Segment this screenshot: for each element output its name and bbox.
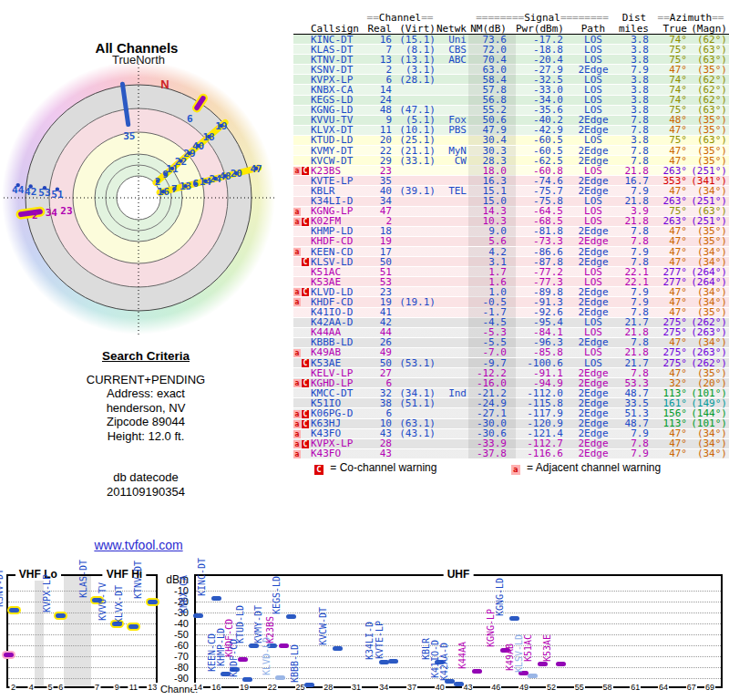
station-label: KVTE-LP — [375, 620, 384, 658]
cell-callsign: KLSV-LD — [311, 257, 364, 267]
table-row: aKEEN-CD174.2-86.62Edge7.947°(34°) — [293, 247, 729, 257]
channel-tick-label: 11 — [128, 683, 139, 692]
cell-path: 7.8 — [616, 368, 652, 378]
station-label: KVCW-DT — [318, 607, 327, 645]
station-label: KEGS-LD — [272, 576, 281, 614]
co-channel-warning-icon: C — [302, 379, 309, 387]
cell-azimuth_true: (34°) — [691, 448, 729, 458]
cell-virt: TEL — [436, 186, 468, 196]
col-callsign: Callsign — [311, 24, 364, 34]
col-magn: (Magn) — [691, 24, 729, 34]
cell-text_color: 50 — [364, 257, 392, 267]
channel-tick-label: 28 — [323, 683, 334, 692]
channel-label: 53 — [38, 187, 50, 199]
co-channel-warning-icon: C — [302, 288, 309, 296]
signal-marker — [333, 646, 343, 651]
cell-real: (33.1) — [392, 156, 436, 166]
criteria-line: Zipcode 89044 — [18, 415, 273, 429]
signal-marker — [4, 653, 14, 657]
cell-azimuth_true: (263°) — [691, 347, 729, 357]
station-label: KNBX-CA — [179, 574, 188, 612]
signal-marker — [275, 675, 285, 680]
table-row: KTUD-LD20(25.1)30.4-60.5LOS3.875°(63°) — [293, 136, 729, 146]
channel-tick-label: 52 — [546, 683, 557, 692]
warning-legend: C = Co-channel warning a = Adjacent chan… — [314, 461, 715, 475]
co-channel-warning-icon: C — [302, 410, 309, 418]
cell-co_badge: C — [302, 438, 311, 448]
signal-marker — [472, 669, 482, 674]
cell-adj_badge: a — [293, 378, 302, 388]
cell-nm_db: -91.1 — [516, 368, 570, 378]
adjacent-warning-icon: a — [293, 167, 301, 175]
cell-dist_miles: 47° — [652, 146, 691, 156]
channel-label: 2 — [32, 210, 38, 221]
cell-pwr_dbm: 2Edge — [570, 247, 616, 257]
channel-label: 35 — [123, 130, 135, 142]
signal-marker — [388, 659, 398, 664]
cell-pwr_dbm: LOS — [570, 135, 616, 145]
cell-virt: Ind — [436, 388, 468, 398]
cell-netwk: 30.3 — [468, 146, 516, 156]
co-channel-badge-icon: C — [314, 465, 323, 475]
datecode-line: 201109190354 — [18, 485, 273, 499]
cell-text_color: 27 — [364, 368, 392, 378]
cell-path: 7.8 — [616, 236, 652, 246]
signal-marker — [286, 614, 296, 619]
station-label: KLSV-LD — [514, 634, 523, 673]
channel-tick-label: 37 — [406, 683, 417, 692]
channel-label: 42 — [25, 186, 36, 198]
y-tick-label: -60 — [161, 640, 189, 651]
station-label: K23BS — [265, 616, 274, 643]
cell-adj_badge: a — [293, 166, 302, 176]
table-row: KTNV-DT13(13.1)ABC70.4-20.4LOS3.875°(63°… — [293, 55, 729, 65]
cell-netwk: 5.6 — [468, 236, 516, 246]
station-label: KINC-DT — [197, 557, 206, 595]
channel-tick-label: 7 — [94, 683, 100, 692]
station-label: K34LI-D — [364, 622, 374, 660]
channel-tick-label: 9 — [114, 683, 120, 692]
y-tick-label: -80 — [161, 662, 189, 673]
col-path: Path — [570, 24, 616, 34]
channel-tick-label: 67 — [686, 683, 697, 692]
tvfool-link[interactable]: www.tvfool.com — [47, 538, 230, 552]
channel-label: 6 — [192, 178, 199, 190]
co-channel-warning-icon: C — [302, 359, 309, 367]
adjacent-warning-icon: a — [293, 349, 301, 357]
signal-marker — [454, 682, 464, 686]
cell-text_color: 17 — [364, 247, 392, 257]
channel-label: 7 — [171, 183, 178, 195]
adjacent-warning-icon: a — [293, 379, 301, 387]
cell-adj_badge: a — [293, 347, 302, 357]
cell-dist_miles: 74° — [652, 35, 691, 45]
cell-callsign: KINC-DT — [311, 35, 364, 45]
table-row: KLAS-DT7(8.1)CBS72.0-18.8LOS3.875°(63°) — [293, 45, 729, 55]
channel-tick-label: 69 — [704, 683, 715, 692]
adjacent-channel-badge-icon: a — [511, 465, 520, 475]
cell-co_badge: C — [302, 358, 311, 368]
cell-dist_miles: 75° — [652, 135, 691, 145]
y-tick-label: -50 — [161, 629, 189, 640]
station-label: KLVX-DT — [114, 585, 123, 623]
cell-real: (51.1) — [392, 398, 436, 408]
cell-callsign: KHDF-CD — [311, 236, 364, 246]
cell-callsign: K49AB — [311, 347, 364, 357]
station-label: K41IO-D — [430, 640, 439, 678]
station-label: KGNG-LD — [495, 578, 504, 616]
station-table: ==Channel== ========Signal======== Dist … — [293, 13, 729, 459]
cell-real: (8.1) — [392, 45, 436, 55]
adjacent-warning-icon: a — [293, 440, 301, 448]
station-label: KBLR — [421, 638, 430, 660]
adjacent-channel-legend: a = Adjacent channel warning — [511, 461, 661, 475]
channel-tick-label: 49 — [519, 683, 529, 692]
table-row: aK43FO43-37.8-116.62Edge7.947°(34°) — [293, 449, 729, 459]
cell-real: (21.1) — [392, 146, 436, 156]
table-row: K44AA44-5.3-84.1LOS21.8275°(263°) — [293, 328, 729, 338]
table-column-header: Callsign Real (Virt) Netwk NM(dB) Pwr(dB… — [293, 23, 729, 35]
channel-label: 47 — [250, 163, 262, 175]
cell-nm_db: -116.6 — [516, 448, 570, 458]
cell-netwk: 72.0 — [468, 45, 516, 55]
channel-tick-label: 58 — [602, 683, 613, 692]
cell-text_color: 49 — [364, 347, 392, 357]
signal-marker — [128, 624, 139, 629]
cell-netwk: -7.0 — [468, 347, 516, 357]
